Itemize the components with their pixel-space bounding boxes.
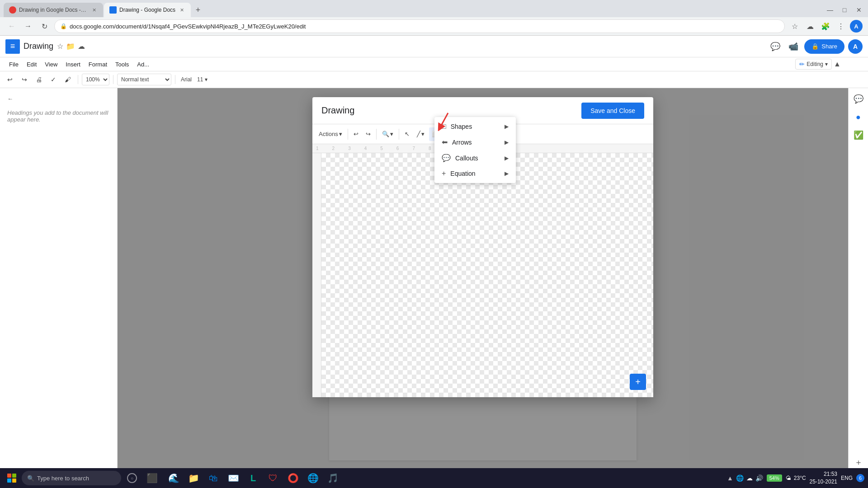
taskbar-spotify-button[interactable]: 🎵 xyxy=(324,469,342,487)
tab1-close[interactable]: ✕ xyxy=(90,6,98,14)
docs-profile-avatar[interactable]: A xyxy=(848,39,863,54)
weather-widget[interactable]: 🌤 23°C xyxy=(786,475,806,481)
menu-format[interactable]: Format xyxy=(85,59,111,70)
check-panel-button[interactable]: ✅ xyxy=(851,128,866,142)
bookmark-button[interactable]: ☆ xyxy=(788,20,801,33)
notification-badge[interactable]: 6 xyxy=(856,474,864,482)
profile-synced-icon[interactable]: ☁ xyxy=(804,20,816,33)
expand-panel-button[interactable]: ＋ xyxy=(851,455,866,469)
shapes-menu-item-equation[interactable]: + Equation ▶ xyxy=(434,166,516,181)
taskbar: 🔍 Type here to search ○ ⬛ 🌊 📁 🛍 ✉️ L 🛡 ⭕… xyxy=(0,468,868,488)
font-button[interactable]: Arial xyxy=(179,73,193,86)
docs-logo: ≡ xyxy=(5,39,20,54)
actions-dropdown-button[interactable]: Actions ▾ xyxy=(316,127,345,141)
back-button[interactable]: ← xyxy=(5,20,18,33)
taskbar-store-button[interactable]: 🛍 xyxy=(204,469,222,487)
taskbar-task-view-button[interactable]: ⬛ xyxy=(143,469,161,487)
docs-logo-icon: ≡ xyxy=(10,42,15,51)
shapes-dropdown-menu: □ Shapes ▶ ⬅ Arrows ▶ 💬 xyxy=(434,117,516,183)
meeting-button[interactable]: 📹 xyxy=(786,39,801,54)
menu-view[interactable]: View xyxy=(41,59,61,70)
tray-cloud-icon[interactable]: ☁ xyxy=(746,474,753,482)
taskbar-cortana-button[interactable]: ○ xyxy=(123,469,141,487)
refresh-button[interactable]: ↻ xyxy=(38,20,51,33)
menu-tools[interactable]: Tools xyxy=(112,59,132,70)
zoom-select[interactable]: 100% xyxy=(82,74,109,85)
docs-document-title[interactable]: Drawing xyxy=(24,42,53,51)
undo-button[interactable]: ↩ xyxy=(4,73,16,86)
docs-toolbar: ↩ ↪ 🖨 ✓ 🖌 100% Normal text Arial 11 ▾ xyxy=(0,71,868,88)
toolbar-separator-2 xyxy=(376,129,377,140)
taskbar-search-box[interactable]: 🔍 Type here to search xyxy=(22,471,121,485)
redo-button[interactable]: ↪ xyxy=(18,73,31,86)
drawing-redo-button[interactable]: ↪ xyxy=(363,127,373,141)
shapes-menu-item-callouts[interactable]: 💬 Callouts ▶ xyxy=(434,150,516,166)
menu-insert[interactable]: Insert xyxy=(62,59,84,70)
extensions-button[interactable]: 🧩 xyxy=(819,20,832,33)
browser-tab-1[interactable]: Drawing in Google Docs - Goo ✕ xyxy=(4,3,103,17)
print-button[interactable]: 🖨 xyxy=(33,73,45,86)
battery-indicator[interactable]: 54% xyxy=(767,474,782,482)
restore-button[interactable]: □ xyxy=(839,5,850,15)
star-icon[interactable]: ☆ xyxy=(57,42,63,51)
forward-button[interactable]: → xyxy=(22,20,34,33)
language-indicator[interactable]: ENG xyxy=(841,475,853,481)
new-tab-button[interactable]: + xyxy=(192,4,204,16)
shapes-submenu-arrow-icon: ▶ xyxy=(505,123,509,130)
system-tray-icons: ▲ 🌐 ☁ 🔊 xyxy=(727,474,763,482)
move-icon[interactable]: 📁 xyxy=(66,42,75,51)
collapse-toolbar-button[interactable]: ▲ xyxy=(833,60,842,69)
paint-format-button[interactable]: 🖌 xyxy=(61,73,74,86)
comments-panel-button[interactable]: 💬 xyxy=(851,92,866,106)
tray-volume-icon[interactable]: 🔊 xyxy=(755,474,763,482)
drawing-dialog-overlay: Drawing Save and Close Actions ▾ ↩ ↪ xyxy=(118,88,848,473)
style-select[interactable]: Normal text xyxy=(117,74,171,85)
address-bar: ← → ↻ 🔒 docs.google.com/document/d/1Nsqa… xyxy=(0,17,868,35)
drawing-undo-button[interactable]: ↩ xyxy=(351,127,361,141)
system-clock[interactable]: 21:53 25-10-2021 xyxy=(810,470,837,486)
shapes-menu-item-arrows[interactable]: ⬅ Arrows ▶ xyxy=(434,134,516,150)
taskbar-search-placeholder: Type here to search xyxy=(37,475,89,482)
shapes-menu-item-shapes[interactable]: □ Shapes ▶ xyxy=(434,119,516,134)
taskbar-explorer-button[interactable]: 📁 xyxy=(184,469,203,487)
cloud-icon[interactable]: ☁ xyxy=(78,42,85,51)
spellcheck-button[interactable]: ✓ xyxy=(47,73,60,86)
drawing-dialog: Drawing Save and Close Actions ▾ ↩ ↪ xyxy=(312,97,653,397)
taskbar-security-button[interactable]: 🛡 xyxy=(264,469,282,487)
browser-tab-2[interactable]: Drawing - Google Docs ✕ xyxy=(104,3,191,17)
share-button[interactable]: 🔒 Share xyxy=(804,39,844,54)
start-button[interactable] xyxy=(4,470,20,486)
taskbar-edge-button[interactable]: 🌊 xyxy=(165,469,183,487)
callouts-submenu-icon: 💬 xyxy=(442,154,451,162)
close-window-button[interactable]: ✕ xyxy=(854,5,864,15)
clock-time: 21:53 xyxy=(810,470,837,478)
taskbar-office-button[interactable]: ⭕ xyxy=(284,469,302,487)
zoom-dropdown-button[interactable]: 🔍 ▾ xyxy=(379,127,396,141)
add-element-button[interactable]: + xyxy=(630,374,646,390)
editing-mode-badge[interactable]: ✏ Editing ▾ xyxy=(795,59,832,70)
taskbar-mail-button[interactable]: ✉️ xyxy=(224,469,242,487)
browser-menu-button[interactable]: ⋮ xyxy=(835,20,847,33)
taskbar-chrome-button[interactable]: 🌐 xyxy=(304,469,322,487)
browser-profile-avatar[interactable]: A xyxy=(850,20,863,33)
font-size-button[interactable]: 11 ▾ xyxy=(195,73,209,86)
tab-bar: Drawing in Google Docs - Goo ✕ Drawing -… xyxy=(0,0,868,17)
taskbar-learning-button[interactable]: L xyxy=(244,469,262,487)
docs-right-panel: 💬 ● ✅ ＋ xyxy=(848,88,868,473)
minimize-button[interactable]: — xyxy=(825,5,835,15)
url-bar[interactable]: 🔒 docs.google.com/document/d/1Nsqaf4_PGe… xyxy=(54,19,785,33)
menu-addons[interactable]: Ad... xyxy=(133,59,153,70)
select-tool-button[interactable]: ↖ xyxy=(402,127,412,141)
menu-edit[interactable]: Edit xyxy=(23,59,40,70)
tray-network-icon[interactable]: 🌐 xyxy=(736,474,744,482)
chat-panel-button[interactable]: ● xyxy=(851,110,866,124)
comment-button[interactable]: 💬 xyxy=(768,39,783,54)
shapes-submenu-label: Shapes xyxy=(451,123,472,130)
system-tray: ▲ 🌐 ☁ 🔊 54% 🌤 23°C 21:53 25-10-2021 ENG … xyxy=(727,470,864,486)
sidebar-back-button[interactable]: ← xyxy=(7,95,110,102)
menu-file[interactable]: File xyxy=(5,59,22,70)
save-and-close-button[interactable]: Save and Close xyxy=(581,103,644,119)
tab2-close[interactable]: ✕ xyxy=(178,6,185,14)
line-tool-button[interactable]: ╱ ▾ xyxy=(414,127,427,141)
tray-up-arrow[interactable]: ▲ xyxy=(727,474,733,482)
